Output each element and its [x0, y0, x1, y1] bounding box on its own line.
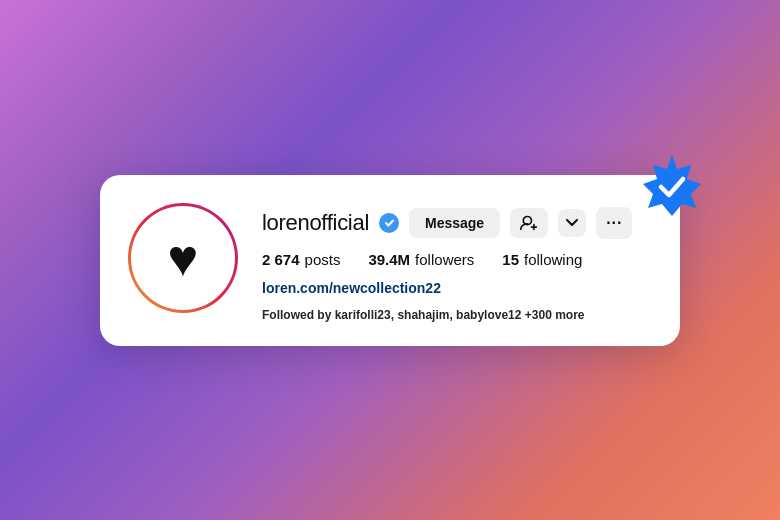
avatar-ring: ♥ — [128, 203, 238, 313]
username: lorenofficial — [262, 210, 369, 236]
avatar: ♥ — [131, 206, 235, 310]
followers-stat: 39.4M followers — [368, 251, 474, 268]
more-button[interactable]: ··· — [596, 207, 632, 239]
profile-info: lorenofficial Message ··· — [262, 203, 648, 322]
following-number: 15 — [502, 251, 519, 268]
message-button[interactable]: Message — [409, 208, 500, 238]
followers-label: followers — [415, 251, 474, 268]
profile-header: lorenofficial Message ··· — [262, 207, 648, 239]
add-friend-button[interactable] — [510, 208, 548, 238]
heart-icon: ♥ — [168, 232, 199, 284]
followed-by-users: karifolli23, shahajim, babylove12 — [335, 308, 522, 322]
following-stat: 15 following — [502, 251, 582, 268]
followed-by-more: +300 more — [525, 308, 585, 322]
posts-number: 2 674 — [262, 251, 300, 268]
chevron-down-icon — [566, 219, 578, 227]
posts-stat: 2 674 posts — [262, 251, 340, 268]
big-verified-star-icon — [636, 151, 708, 223]
posts-label: posts — [305, 251, 341, 268]
add-person-icon — [520, 215, 538, 231]
big-verified-badge — [636, 151, 708, 227]
following-label: following — [524, 251, 582, 268]
chevron-button[interactable] — [558, 209, 586, 237]
followed-by-text: Followed by — [262, 308, 331, 322]
profile-card: ♥ lorenofficial Message — [100, 175, 680, 346]
followed-by: Followed by karifolli23, shahajim, babyl… — [262, 308, 648, 322]
stats-row: 2 674 posts 39.4M followers 15 following — [262, 251, 648, 268]
svg-point-0 — [379, 213, 399, 233]
verified-badge-small — [379, 213, 399, 233]
website-link[interactable]: loren.com/newcollection22 — [262, 280, 648, 296]
followers-number: 39.4M — [368, 251, 410, 268]
